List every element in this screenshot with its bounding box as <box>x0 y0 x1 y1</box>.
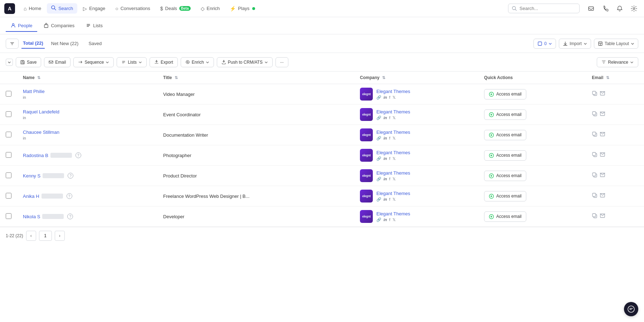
company-linkedin-icon[interactable]: in <box>384 177 387 181</box>
row-checkbox[interactable] <box>6 213 11 219</box>
bell-icon-btn[interactable] <box>614 3 625 14</box>
access-email-btn[interactable]: Access email <box>484 130 526 140</box>
push-crm-btn[interactable]: Push to CRM/ATS <box>217 57 273 67</box>
email-compose-icon[interactable] <box>600 152 605 159</box>
person-name-link[interactable]: Anika H <box>23 194 39 199</box>
sub-nav-lists[interactable]: Lists <box>81 20 108 32</box>
company-name-link[interactable]: Elegant Themes <box>376 170 410 176</box>
lists-btn[interactable]: Lists <box>117 57 147 67</box>
filter-total[interactable]: Total (22) <box>21 38 45 49</box>
company-linkedin-icon[interactable]: in <box>384 197 387 201</box>
company-website-icon[interactable]: 🔗 <box>376 218 381 222</box>
inbox-icon-btn[interactable] <box>585 3 597 14</box>
access-email-btn[interactable]: Access email <box>484 109 526 120</box>
company-linkedin-icon[interactable]: in <box>384 218 387 222</box>
access-email-btn[interactable]: Access email <box>484 171 526 181</box>
row-checkbox[interactable] <box>6 91 11 97</box>
email-copy-icon[interactable] <box>592 172 597 179</box>
company-linkedin-icon[interactable]: in <box>384 116 387 120</box>
company-website-icon[interactable]: 🔗 <box>376 116 381 120</box>
email-compose-icon[interactable] <box>600 111 605 118</box>
company-facebook-icon[interactable]: f <box>389 95 390 99</box>
person-name-link[interactable]: Chaucee Stillman <box>23 130 59 135</box>
company-website-icon[interactable]: 🔗 <box>376 156 381 161</box>
company-twitter-icon[interactable]: 𝕏 <box>392 136 396 141</box>
row-checkbox[interactable] <box>6 193 11 199</box>
email-copy-icon[interactable] <box>592 111 597 118</box>
email-copy-icon[interactable] <box>592 131 597 138</box>
company-name-link[interactable]: Elegant Themes <box>376 89 410 94</box>
company-twitter-icon[interactable]: 𝕏 <box>392 116 396 120</box>
company-website-icon[interactable]: 🔗 <box>376 177 381 181</box>
linkedin-social-icon[interactable]: in <box>23 95 26 99</box>
relevance-btn[interactable]: Relevance <box>597 57 638 67</box>
access-email-btn[interactable]: Access email <box>484 150 526 161</box>
email-compose-icon[interactable] <box>600 172 605 179</box>
save-btn[interactable]: Save <box>16 57 41 67</box>
company-name-link[interactable]: Elegant Themes <box>376 150 410 155</box>
help-icon[interactable]: ? <box>67 214 73 219</box>
email-compose-icon[interactable] <box>600 213 605 220</box>
company-twitter-icon[interactable]: 𝕏 <box>392 197 396 202</box>
filter-net-new[interactable]: Net New (22) <box>48 39 82 48</box>
col-company[interactable]: Company ⇅ <box>354 72 478 84</box>
save-count-btn[interactable]: 0 <box>533 39 556 49</box>
linkedin-social-icon[interactable]: in <box>23 136 26 140</box>
company-twitter-icon[interactable]: 𝕏 <box>392 156 396 161</box>
help-icon[interactable]: ? <box>67 193 72 199</box>
nav-item-home[interactable]: ⌂ Home <box>19 4 45 14</box>
table-layout-btn[interactable]: Table Layout <box>594 39 638 49</box>
company-linkedin-icon[interactable]: in <box>384 95 387 99</box>
person-name-link[interactable]: Matt Philie <box>23 89 45 94</box>
access-email-btn[interactable]: Access email <box>484 211 526 222</box>
linkedin-social-icon[interactable]: in <box>23 116 26 120</box>
email-copy-icon[interactable] <box>592 192 597 200</box>
nav-item-conversations[interactable]: ○ Conversations <box>111 4 155 14</box>
company-name-link[interactable]: Elegant Themes <box>376 109 410 114</box>
row-checkbox[interactable] <box>6 111 11 117</box>
phone-icon-btn[interactable] <box>600 3 611 14</box>
sequence-btn[interactable]: Sequence <box>73 57 114 67</box>
global-search[interactable] <box>508 4 580 13</box>
company-name-link[interactable]: Elegant Themes <box>376 211 410 216</box>
company-website-icon[interactable]: 🔗 <box>376 95 381 100</box>
email-btn[interactable]: Email <box>44 57 70 67</box>
nav-item-search[interactable]: Search <box>47 3 77 14</box>
email-copy-icon[interactable] <box>592 213 597 220</box>
help-icon[interactable]: ? <box>75 152 81 158</box>
company-linkedin-icon[interactable]: in <box>384 136 387 140</box>
company-twitter-icon[interactable]: 𝕏 <box>392 218 396 222</box>
nav-item-plays[interactable]: ⚡ Plays <box>225 4 259 14</box>
company-facebook-icon[interactable]: f <box>389 177 390 181</box>
company-facebook-icon[interactable]: f <box>389 197 390 201</box>
company-facebook-icon[interactable]: f <box>389 136 390 140</box>
email-copy-icon[interactable] <box>592 91 597 98</box>
email-compose-icon[interactable] <box>600 192 605 200</box>
email-compose-icon[interactable] <box>600 91 605 98</box>
sub-nav-companies[interactable]: Companies <box>39 20 79 32</box>
email-compose-icon[interactable] <box>600 131 605 138</box>
person-name-link[interactable]: Raquel Landefeld <box>23 109 59 114</box>
more-actions-btn[interactable]: ··· <box>275 57 288 67</box>
company-facebook-icon[interactable]: f <box>389 156 390 161</box>
access-email-btn[interactable]: Access email <box>484 89 526 99</box>
col-email[interactable]: Email ⇅ <box>586 72 644 84</box>
global-search-input[interactable] <box>519 6 570 11</box>
pagination-prev[interactable]: ‹ <box>26 231 36 241</box>
company-website-icon[interactable]: 🔗 <box>376 136 381 141</box>
email-copy-icon[interactable] <box>592 152 597 159</box>
help-icon[interactable]: ? <box>68 173 73 179</box>
row-checkbox[interactable] <box>6 172 11 178</box>
person-name-link[interactable]: Nikola S <box>23 214 40 219</box>
company-website-icon[interactable]: 🔗 <box>376 197 381 202</box>
company-name-link[interactable]: Elegant Themes <box>376 191 410 196</box>
company-twitter-icon[interactable]: 𝕏 <box>392 95 396 100</box>
import-btn[interactable]: Import <box>559 39 591 49</box>
nav-item-engage[interactable]: ▷ Engage <box>79 4 109 14</box>
filter-saved[interactable]: Saved <box>85 39 105 48</box>
pagination-next[interactable]: › <box>55 231 65 241</box>
company-twitter-icon[interactable]: 𝕏 <box>392 177 396 181</box>
select-all-checkbox[interactable] <box>6 59 13 66</box>
company-facebook-icon[interactable]: f <box>389 116 390 120</box>
sub-nav-people[interactable]: People <box>6 20 37 32</box>
